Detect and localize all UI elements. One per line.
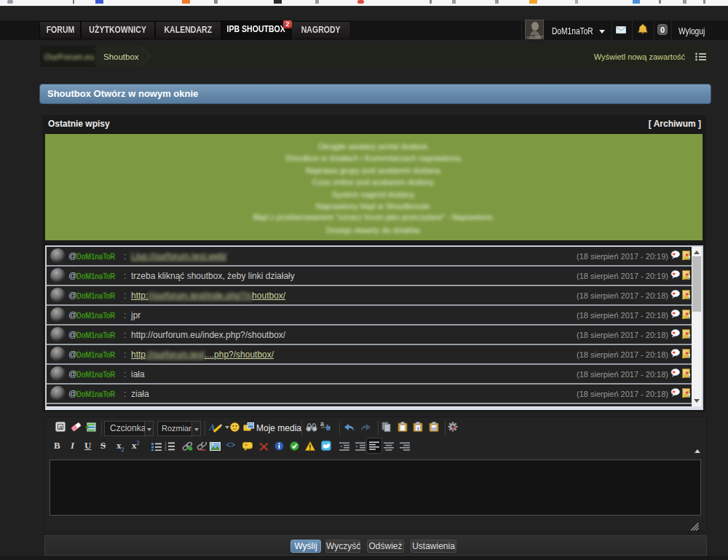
svg-text:W: W: [432, 427, 436, 431]
svg-text:3: 3: [165, 449, 167, 451]
svg-text:DoM1naToR: DoM1naToR: [527, 35, 543, 39]
svg-text:a: a: [320, 421, 324, 427]
svg-text:b: b: [326, 424, 331, 431]
svg-text:T: T: [416, 426, 420, 432]
svg-text:a: a: [59, 424, 63, 430]
svg-text:“: “: [245, 443, 248, 449]
